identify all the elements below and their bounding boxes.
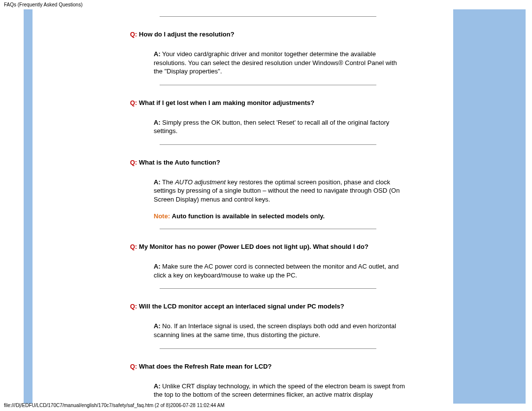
divider bbox=[160, 288, 376, 289]
faq-item: Q: What does the Refresh Rate mean for L… bbox=[130, 363, 406, 399]
a-label: A: bbox=[154, 119, 161, 126]
a-label: A: bbox=[154, 178, 161, 186]
a-text: Simply press the OK button, then select … bbox=[154, 119, 389, 135]
q-label: Q: bbox=[130, 363, 137, 370]
a-label: A: bbox=[154, 382, 161, 390]
note-text: Auto function is available in selected m… bbox=[172, 212, 325, 220]
faq-content: Q: How do I adjust the resolution? A: Yo… bbox=[130, 9, 406, 404]
faq-item: Q: What if I get lost when I am making m… bbox=[130, 99, 406, 136]
q-label: Q: bbox=[130, 243, 137, 250]
a-text: Make sure the AC power cord is connected… bbox=[154, 263, 399, 279]
q-label: Q: bbox=[130, 31, 137, 38]
divider bbox=[160, 229, 376, 229]
q-text: My Monitor has no power (Power LED does … bbox=[139, 243, 368, 250]
q-text: What is the Auto function? bbox=[139, 159, 220, 166]
q-label: Q: bbox=[130, 159, 137, 166]
divider bbox=[160, 16, 376, 17]
left-accent-strip bbox=[24, 9, 33, 404]
a-text: No. If an Interlace signal is used, the … bbox=[154, 322, 396, 339]
a-label: A: bbox=[154, 322, 161, 330]
q-text: Will the LCD monitor accept an interlace… bbox=[139, 303, 344, 310]
divider bbox=[160, 348, 376, 349]
divider bbox=[160, 144, 376, 145]
q-text: What does the Refresh Rate mean for LCD? bbox=[139, 363, 271, 370]
q-label: Q: bbox=[130, 303, 137, 310]
a-text: Your video card/graphic driver and monit… bbox=[154, 50, 397, 75]
faq-item: Q: What is the Auto function? A: The AUT… bbox=[130, 159, 406, 220]
divider bbox=[160, 85, 376, 85]
a-label: A: bbox=[154, 263, 161, 270]
right-accent-strip bbox=[453, 9, 526, 404]
q-text: What if I get lost when I am making moni… bbox=[139, 99, 314, 106]
faq-item: Q: My Monitor has no power (Power LED do… bbox=[130, 243, 406, 279]
a-text: Unlike CRT display technology, in which … bbox=[154, 382, 405, 399]
faq-item: Q: How do I adjust the resolution? A: Yo… bbox=[130, 31, 406, 76]
footer-path: file:///D|/EDFU/LCD/170C7/manual/english… bbox=[0, 402, 229, 409]
q-text: How do I adjust the resolution? bbox=[139, 31, 234, 38]
q-label: Q: bbox=[130, 99, 137, 106]
a-text: The AUTO adjustment key restores the opt… bbox=[154, 178, 399, 203]
note-label: Note: bbox=[154, 212, 170, 220]
faq-item: Q: Will the LCD monitor accept an interl… bbox=[130, 303, 406, 339]
a-label: A: bbox=[154, 50, 161, 58]
header-path: FAQs (Frequently Asked Questions) bbox=[0, 0, 532, 9]
